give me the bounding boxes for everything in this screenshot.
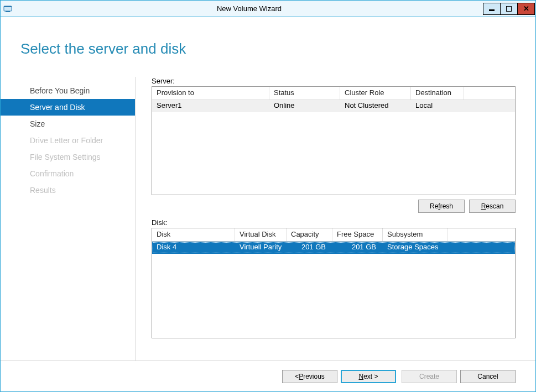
server-grid[interactable]: Provision to Status Cluster Role Destina… [152,86,516,195]
step-results: Results [1,182,135,198]
create-button: Create [402,370,457,383]
title-bar: New Volume Wizard ✕ [1,1,535,17]
close-button[interactable]: ✕ [517,3,535,15]
step-server-and-disk[interactable]: Server and Disk [1,99,135,116]
cell-provision: Server1 [152,100,269,112]
page-title: Select the server and disk [1,17,535,58]
cell-sub: Storage Spaces [383,242,447,254]
maximize-button[interactable] [500,3,518,15]
col-capacity[interactable]: Capacity [287,228,332,241]
cell-free: 201 GB [332,242,383,254]
disk-grid[interactable]: Disk Virtual Disk Capacity Free Space Su… [152,228,516,338]
col-destination[interactable]: Destination [411,87,464,100]
col-free-space[interactable]: Free Space [332,228,383,241]
next-button[interactable]: Next > [341,370,396,383]
server-row[interactable]: Server1 Online Not Clustered Local [152,100,515,112]
cell-status: Online [269,100,340,112]
cell-cluster: Not Clustered [340,100,411,112]
window-title: New Volume Wizard [15,4,483,13]
cell-disk: Disk 4 [152,242,235,254]
wizard-footer: < Previous Next > Create Cancel [1,360,535,391]
cancel-button[interactable]: Cancel [460,370,516,383]
disk-row[interactable]: Disk 4 Virtuell Parity 201 GB 201 GB Sto… [152,242,515,254]
col-spacer [464,87,515,100]
col-spacer2 [447,228,515,241]
rescan-button[interactable]: Rescan [469,200,516,213]
step-size[interactable]: Size [1,116,135,132]
refresh-button[interactable]: Refresh [418,200,465,213]
disk-grid-header: Disk Virtual Disk Capacity Free Space Su… [152,228,515,242]
step-file-system: File System Settings [1,149,135,165]
svg-rect-2 [6,11,10,12]
col-subsystem[interactable]: Subsystem [383,228,447,241]
step-confirmation: Confirmation [1,165,135,182]
cell-vdisk: Virtuell Parity [235,242,287,254]
svg-rect-4 [506,6,512,12]
step-drive-letter: Drive Letter or Folder [1,132,135,149]
disk-section-label: Disk: [152,218,516,227]
server-grid-header: Provision to Status Cluster Role Destina… [152,87,515,100]
wizard-steps-sidebar: Before You Begin Server and Disk Size Dr… [1,77,136,360]
step-before-you-begin[interactable]: Before You Begin [1,82,135,99]
cell-cap: 201 GB [287,242,332,254]
col-provision-to[interactable]: Provision to [152,87,269,100]
svg-rect-1 [4,6,12,7]
col-status[interactable]: Status [269,87,340,100]
minimize-button[interactable] [483,3,501,15]
previous-button[interactable]: < Previous [282,370,337,383]
col-disk[interactable]: Disk [152,228,235,241]
col-vdisk[interactable]: Virtual Disk [235,228,287,241]
server-section-label: Server: [152,77,516,85]
col-cluster-role[interactable]: Cluster Role [340,87,411,100]
svg-rect-3 [489,9,495,11]
cell-dest: Local [411,100,464,112]
app-icon [1,1,15,17]
